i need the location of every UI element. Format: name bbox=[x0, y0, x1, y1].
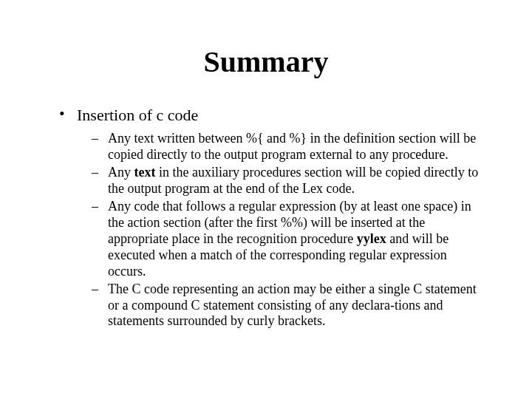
bold-text: text bbox=[134, 165, 156, 180]
slide: Summary Insertion of c code Any text wri… bbox=[0, 0, 532, 399]
slide-title: Summary bbox=[52, 44, 480, 79]
sub-text: in the auxiliary procedures section will… bbox=[108, 165, 478, 196]
sub-text: Any text written between %{ and %} in th… bbox=[108, 131, 476, 162]
bullet-list-level2: Any text written between %{ and %} in th… bbox=[77, 131, 480, 330]
list-item: Insertion of c code Any text written bet… bbox=[59, 106, 480, 330]
list-item: Any text written between %{ and %} in th… bbox=[92, 131, 480, 163]
bullet-list-level1: Insertion of c code Any text written bet… bbox=[52, 106, 480, 330]
bullet-text: Insertion of c code bbox=[77, 106, 198, 124]
list-item: The C code representing an action may be… bbox=[92, 282, 480, 330]
bold-text: yylex bbox=[357, 231, 386, 246]
sub-text: The C code representing an action may be… bbox=[108, 282, 477, 329]
list-item: Any code that follows a regular expressi… bbox=[92, 199, 480, 280]
list-item: Any text in the auxiliary procedures sec… bbox=[92, 165, 480, 197]
sub-text: Any bbox=[108, 165, 134, 180]
